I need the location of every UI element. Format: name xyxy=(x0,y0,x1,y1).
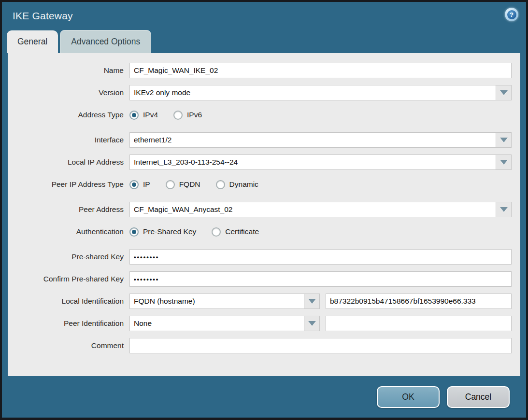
dialog-footer: OK Cancel xyxy=(2,376,526,418)
peer-address-dropdown[interactable] xyxy=(129,202,512,217)
help-icon: ? xyxy=(507,10,516,19)
radio-selected-icon xyxy=(129,111,139,120)
authentication-row: Authentication Pre-Shared Key Certificat… xyxy=(8,224,512,239)
local-ip-address-row: Local IP Address xyxy=(8,154,512,170)
name-input[interactable] xyxy=(129,63,512,78)
interface-dropdown-button[interactable] xyxy=(496,132,512,148)
peer-address-value[interactable] xyxy=(129,202,496,217)
peer-ip-type-fqdn-label: FQDN xyxy=(179,180,200,189)
pre-shared-key-input[interactable] xyxy=(129,249,512,265)
comment-label: Comment xyxy=(8,341,129,350)
auth-certificate-label: Certificate xyxy=(225,227,259,236)
peer-ip-type-ip-radio[interactable]: IP xyxy=(129,180,150,189)
local-identification-dropdown-button[interactable] xyxy=(304,294,320,309)
radio-selected-icon xyxy=(129,180,139,189)
interface-label: Interface xyxy=(8,136,129,144)
peer-ip-type-ip-label: IP xyxy=(143,180,150,189)
chevron-down-icon xyxy=(500,90,508,95)
general-tab-panel: Name Version Address Type xyxy=(8,53,520,376)
name-row: Name xyxy=(8,63,512,78)
version-row: Version xyxy=(8,85,512,100)
chevron-down-icon xyxy=(500,160,508,165)
radio-unselected-icon xyxy=(173,111,183,120)
help-button[interactable]: ? xyxy=(505,8,518,21)
peer-identification-value-input[interactable] xyxy=(326,316,512,331)
version-label: Version xyxy=(8,88,129,97)
local-identification-row: Local Identification xyxy=(8,294,512,309)
local-identification-type-value[interactable] xyxy=(129,294,304,309)
interface-dropdown[interactable] xyxy=(129,132,512,148)
comment-input[interactable] xyxy=(129,338,512,353)
address-type-ipv4-radio[interactable]: IPv4 xyxy=(129,111,158,120)
cancel-button[interactable]: Cancel xyxy=(447,386,510,408)
chevron-down-icon xyxy=(308,321,316,326)
address-type-row: Address Type IPv4 IPv6 xyxy=(8,107,512,123)
pre-shared-key-label: Pre-shared Key xyxy=(8,252,129,261)
radio-selected-icon xyxy=(129,227,139,237)
interface-row: Interface xyxy=(8,132,512,148)
confirm-pre-shared-key-row: Confirm Pre-shared Key xyxy=(8,271,512,287)
auth-pre-shared-key-radio[interactable]: Pre-Shared Key xyxy=(129,227,196,237)
peer-ip-type-fqdn-radio[interactable]: FQDN xyxy=(166,180,200,189)
confirm-pre-shared-key-label: Confirm Pre-shared Key xyxy=(8,275,129,283)
peer-address-row: Peer Address xyxy=(8,202,512,217)
tab-advanced-options-label: Advanced Options xyxy=(71,37,140,47)
comment-row: Comment xyxy=(8,338,512,353)
interface-value[interactable] xyxy=(129,132,496,148)
local-ip-address-value[interactable] xyxy=(129,154,496,170)
ok-button[interactable]: OK xyxy=(377,386,440,408)
local-identification-label: Local Identification xyxy=(8,297,129,306)
ok-button-label: OK xyxy=(402,392,414,402)
peer-identification-type-dropdown[interactable] xyxy=(129,316,320,331)
dialog-title: IKE Gateway xyxy=(13,10,73,22)
radio-unselected-icon xyxy=(166,180,175,189)
version-value[interactable] xyxy=(129,85,496,100)
tab-bar: General Advanced Options xyxy=(2,30,526,53)
radio-unselected-icon xyxy=(212,227,221,237)
peer-ip-type-dynamic-radio[interactable]: Dynamic xyxy=(216,180,258,189)
dialog-titlebar: IKE Gateway ? xyxy=(2,2,526,30)
peer-ip-address-type-row: Peer IP Address Type IP FQDN Dynamic xyxy=(8,177,512,192)
peer-address-dropdown-button[interactable] xyxy=(496,202,512,217)
ike-gateway-dialog: IKE Gateway ? General Advanced Options N… xyxy=(2,2,526,418)
radio-unselected-icon xyxy=(216,180,225,189)
address-type-ipv6-radio[interactable]: IPv6 xyxy=(173,111,202,120)
peer-address-label: Peer Address xyxy=(8,205,129,214)
authentication-label: Authentication xyxy=(8,227,129,236)
local-ip-address-dropdown[interactable] xyxy=(129,154,512,170)
cancel-button-label: Cancel xyxy=(465,392,491,402)
chevron-down-icon xyxy=(500,138,508,142)
chevron-down-icon xyxy=(500,207,508,212)
address-type-ipv6-label: IPv6 xyxy=(187,111,202,119)
auth-pre-shared-key-label: Pre-Shared Key xyxy=(143,227,196,236)
pre-shared-key-row: Pre-shared Key xyxy=(8,249,512,265)
local-identification-type-dropdown[interactable] xyxy=(129,294,320,309)
name-label: Name xyxy=(8,66,129,75)
tab-general[interactable]: General xyxy=(7,30,58,53)
peer-ip-address-type-label: Peer IP Address Type xyxy=(8,180,129,189)
local-identification-value-input[interactable] xyxy=(326,294,512,309)
address-type-ipv4-label: IPv4 xyxy=(143,111,158,119)
local-ip-address-dropdown-button[interactable] xyxy=(496,154,512,170)
auth-certificate-radio[interactable]: Certificate xyxy=(212,227,259,237)
confirm-pre-shared-key-input[interactable] xyxy=(129,271,512,287)
peer-identification-label: Peer Identification xyxy=(8,319,129,328)
peer-identification-row: Peer Identification xyxy=(8,316,512,331)
version-dropdown[interactable] xyxy=(129,85,512,100)
tab-advanced-options[interactable]: Advanced Options xyxy=(60,30,151,53)
peer-identification-type-value[interactable] xyxy=(129,316,304,331)
address-type-label: Address Type xyxy=(8,111,129,119)
peer-identification-dropdown-button[interactable] xyxy=(304,316,320,331)
version-dropdown-button[interactable] xyxy=(496,85,512,100)
chevron-down-icon xyxy=(308,299,316,304)
tab-general-label: General xyxy=(17,37,47,47)
peer-ip-type-dynamic-label: Dynamic xyxy=(229,180,258,189)
local-ip-address-label: Local IP Address xyxy=(8,158,129,167)
